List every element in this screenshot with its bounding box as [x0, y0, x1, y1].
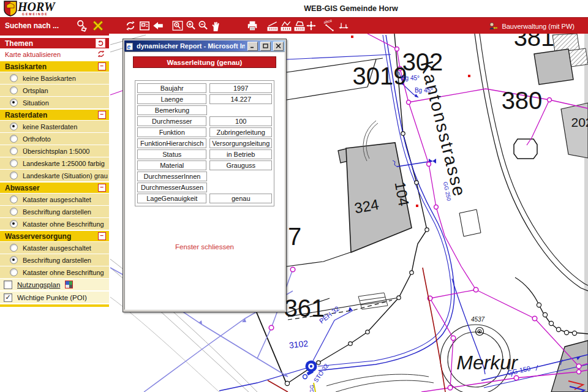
close-button[interactable] [273, 42, 284, 51]
radio-button[interactable] [10, 208, 18, 216]
checkbox[interactable] [4, 293, 12, 302]
layer-option[interactable]: Kataster ohne Beschriftung [0, 218, 109, 230]
measure-polyline-icon[interactable] [280, 20, 292, 32]
map-label: 202 [571, 115, 588, 129]
attribute-value: 14.227 [209, 94, 272, 104]
layer-option[interactable]: Ortsplan [0, 85, 109, 97]
maximize-button[interactable] [260, 42, 271, 51]
logo-text: HORW [18, 1, 55, 13]
collapse-icon[interactable]: − [98, 184, 106, 192]
octagon-building [514, 139, 537, 159]
zoom-out-icon[interactable] [197, 20, 209, 32]
horw-logo[interactable]: HORW GEMEINDE [3, 1, 55, 17]
collapse-icon[interactable]: − [98, 111, 106, 119]
radio-button[interactable] [10, 135, 18, 143]
layer-option[interactable]: Orthofoto [0, 133, 109, 145]
map-label: Kantonsstrasse [417, 59, 470, 199]
close-window-link[interactable]: Fenster schliessen [125, 243, 284, 251]
layer-option-label: Kataster ausgeschaltet [23, 196, 91, 203]
radio-button[interactable] [10, 195, 18, 203]
attribute-name: Material [137, 160, 206, 170]
refresh-icon[interactable] [97, 50, 105, 59]
window-title: dynamischer Report - Microsoft Inte... [137, 42, 245, 50]
radio-button[interactable] [10, 147, 18, 155]
move-icon[interactable] [305, 20, 317, 32]
section-header-abwasser[interactable]: Abwasser− [0, 182, 109, 194]
layer-checkbox-row[interactable]: Wichtige Punkte (POI) [0, 292, 109, 304]
radio-button[interactable] [10, 74, 18, 82]
overview-window-icon[interactable] [138, 20, 151, 32]
collapse-icon[interactable]: − [98, 62, 106, 70]
window-titlebar[interactable]: e dynamischer Report - Microsoft Inte... [124, 40, 285, 51]
radio-button[interactable] [10, 172, 18, 179]
checkbox[interactable] [4, 281, 12, 289]
back-icon[interactable] [152, 20, 164, 32]
checkbox-label: Wichtige Punkte (POI) [17, 294, 87, 301]
minimize-button[interactable] [247, 42, 258, 51]
radio-button[interactable] [10, 99, 18, 107]
layer-option[interactable]: Beschriftung darstellen [0, 206, 109, 218]
legend-icon[interactable] [65, 281, 73, 288]
refresh-map-icon[interactable] [124, 20, 137, 32]
header-bar: HORW GEMEINDE WEB-GIS Gemeinde Horw [0, 0, 588, 17]
measure-area-icon[interactable] [293, 20, 306, 32]
user-key-icon [488, 21, 498, 31]
search-label[interactable]: Suchen nach ... [5, 21, 59, 30]
attribute-name: DurchmesserInnen [137, 172, 207, 181]
map-label: Bg 45° [401, 75, 420, 81]
pan-icon[interactable] [209, 20, 222, 32]
label-line-icon[interactable]: abcd [323, 20, 336, 32]
radio-button[interactable] [10, 220, 18, 228]
map-label: GG [309, 385, 315, 392]
print-icon[interactable] [246, 20, 258, 32]
layer-option[interactable]: Kataster ausgeschaltet [0, 194, 109, 206]
radio-button[interactable] [10, 86, 18, 94]
layer-option[interactable]: Situation [0, 97, 109, 109]
search-objects-icon[interactable] [76, 20, 88, 32]
layer-option[interactable]: Kataster ohne Beschriftung [0, 266, 109, 279]
radio-button[interactable] [10, 159, 18, 167]
section-header-basiskarten[interactable]: Basiskarten− [0, 61, 109, 72]
measure-distance-icon[interactable] [337, 20, 350, 32]
attribute-name: Durchmesser [137, 116, 206, 126]
layer-option-label: Kataster ausgeschaltet [23, 244, 91, 252]
report-window[interactable]: e dynamischer Report - Microsoft Inte...… [123, 39, 287, 312]
zoom-window-icon[interactable] [172, 20, 184, 32]
attribute-value [210, 183, 271, 192]
layer-option-label: keine Basiskarten [23, 75, 76, 82]
layer-option-label: Kataster ohne Beschriftung [23, 269, 104, 276]
layer-option[interactable]: Beschriftung darstellen [0, 254, 109, 266]
user-status[interactable]: Bauverwaltung (mit PW) [488, 21, 575, 31]
radio-button[interactable] [10, 244, 18, 252]
sidebar-gold-strip [0, 304, 109, 307]
radio-button[interactable] [10, 123, 18, 130]
undo-icon[interactable] [96, 39, 105, 48]
section-header-wasserversorgung[interactable]: Wasserversorgung− [0, 230, 109, 242]
collapse-icon[interactable]: − [98, 232, 106, 240]
attribute-value [210, 105, 271, 115]
section-label: Rasterdaten [5, 111, 47, 119]
layer-option[interactable]: keine Rasterdaten [0, 121, 109, 133]
measure-line-icon[interactable] [266, 20, 279, 32]
map-edge-strip [584, 34, 588, 392]
svg-text:e: e [127, 43, 131, 50]
layer-option[interactable]: Landeskarte 1:25000 farbig [0, 157, 109, 170]
radio-button[interactable] [10, 268, 18, 276]
checkbox-label[interactable]: Nutzungsplan [17, 281, 60, 288]
tools-icon[interactable] [92, 20, 104, 32]
attribute-name: FunktionHierarchisch [137, 138, 206, 148]
layer-option-label: Ortsplan [23, 87, 48, 94]
attribute-row: LageGenauigkeitgenau [137, 194, 272, 203]
layer-option[interactable]: Landeskarte (Situation) grau [0, 170, 109, 182]
radio-button[interactable] [10, 256, 18, 264]
map-label: 7 [288, 223, 301, 250]
map-label: 361 [284, 295, 325, 322]
zoom-in-icon[interactable] [185, 20, 197, 32]
layer-checkbox-row[interactable]: Nutzungsplan [0, 279, 109, 292]
refresh-map-link[interactable]: Karte aktualisieren [5, 51, 61, 58]
layer-option[interactable]: Übersichtsplan 1:5000 [0, 145, 109, 157]
layer-option[interactable]: keine Basiskarten [0, 72, 109, 85]
section-header-rasterdaten[interactable]: Rasterdaten− [0, 109, 109, 121]
building [534, 49, 573, 85]
layer-option[interactable]: Kataster ausgeschaltet [0, 242, 109, 254]
